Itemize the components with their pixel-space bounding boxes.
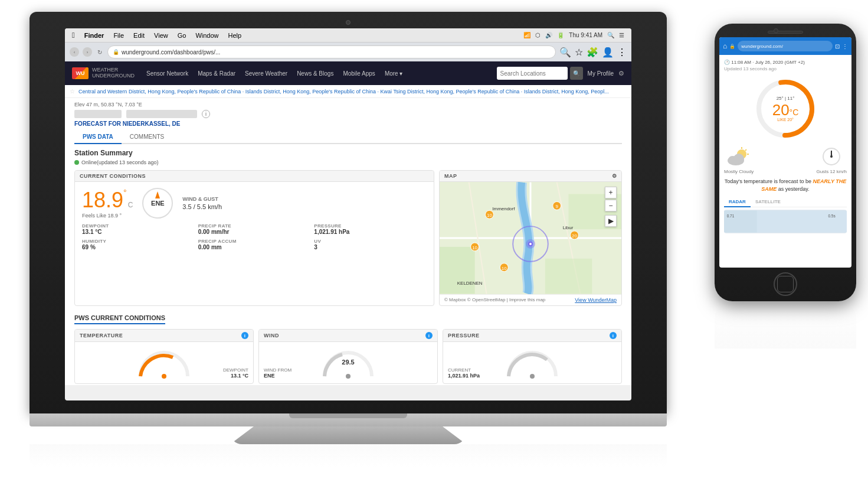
- nav-maps-radar[interactable]: Maps & Radar: [193, 70, 240, 77]
- tab-pws-data[interactable]: PWS DATA: [74, 131, 122, 144]
- phone-updated: Updated 13 seconds ago: [724, 66, 847, 71]
- temp-ring-container: 25° | 11° 20°C LIKE 20°: [724, 76, 847, 141]
- weather-icon-cloudy: Mostly Cloudy: [724, 146, 754, 174]
- search-browser-icon[interactable]: 🔍: [559, 47, 571, 58]
- map-footer: © Mapbox © OpenStreetMap | Improve this …: [440, 294, 621, 305]
- phone-home-icon[interactable]: ⌂: [723, 42, 727, 50]
- help-menu[interactable]: Help: [228, 32, 242, 39]
- wu-search: 🔍: [497, 67, 583, 80]
- map-navigate-button[interactable]: ▶: [605, 215, 617, 227]
- laptop-stand: [230, 426, 466, 444]
- tab-satellite[interactable]: SATELLITE: [751, 197, 785, 207]
- online-badge: Online(updated 13 seconds ago): [74, 159, 622, 165]
- wind-gauge-svg: 29.5: [319, 347, 378, 379]
- svg-text:KELDENEN: KELDENEN: [457, 281, 483, 286]
- wu-logo: WU WEATHER UNDERGROUND: [72, 67, 135, 79]
- svg-text:9: 9: [555, 204, 558, 209]
- station-summary-title: Station Summary: [74, 149, 622, 157]
- svg-text:10: 10: [472, 245, 477, 250]
- laptop-screen:  Finder File Edit View Go Window Help 📶…: [65, 28, 631, 400]
- search-input[interactable]: [497, 67, 568, 80]
- svg-text:0.71: 0.71: [727, 214, 735, 218]
- wu-logo-text: WEATHER UNDERGROUND: [92, 67, 135, 79]
- weather-label: Mostly Cloudy: [724, 169, 754, 174]
- back-button[interactable]: ‹: [70, 47, 79, 57]
- forecast-label: FORECAST FOR NIEDERKASSEL, DE: [74, 120, 622, 127]
- nav-news-blogs[interactable]: News & Blogs: [292, 70, 338, 77]
- station-blurred: i: [74, 110, 622, 118]
- temp-main: 18.9°C Feels Like 18.9 ° ENE: [82, 188, 427, 219]
- temp-value: 18.9: [82, 188, 123, 212]
- humidity-label: HUMIDITY: [82, 239, 195, 244]
- pws-wind-info-icon[interactable]: i: [425, 332, 433, 339]
- settings-icon[interactable]: ⚙: [618, 70, 624, 77]
- phone-tab-icon[interactable]: ⊡: [835, 43, 840, 50]
- extensions-icon[interactable]: 🧩: [587, 47, 598, 58]
- blurred-id: [126, 110, 197, 118]
- nav-mobile-apps[interactable]: Mobile Apps: [338, 70, 379, 77]
- nav-sensor-network[interactable]: Sensor Network: [142, 70, 193, 77]
- address-bar[interactable]: 🔒 wunderground.com/dashboard/pws/...: [107, 45, 556, 58]
- temp-overlay: 25° | 11° 20°C LIKE 20°: [724, 76, 847, 141]
- pressure-gauge-svg: [503, 347, 562, 379]
- tab-radar[interactable]: RADAR: [724, 197, 751, 207]
- nav-severe-weather[interactable]: Severe Weather: [240, 70, 292, 77]
- conditions-panel: CURRENT CONDITIONS 18.9°C Feels Like 18.…: [74, 170, 434, 306]
- wifi-icon: 📶: [523, 32, 530, 38]
- search-icon[interactable]: 🔍: [607, 32, 614, 38]
- finder-menu[interactable]: Finder: [84, 32, 104, 39]
- zoom-out-button[interactable]: −: [605, 200, 617, 211]
- info-circle-icon[interactable]: i: [202, 110, 210, 118]
- compass-arrow-icon: [155, 191, 160, 198]
- phone-time: 🕐 11:08 AM · July 26, 2020 (GMT +2): [724, 60, 847, 65]
- nav-more[interactable]: More ▾: [380, 70, 408, 77]
- star-browser-icon[interactable]: ☆: [575, 47, 583, 58]
- menu-icon[interactable]: ☰: [619, 32, 624, 38]
- laptop:  Finder File Edit View Go Window Help 📶…: [30, 12, 667, 449]
- more-browser-icon[interactable]: ⋮: [617, 47, 627, 58]
- svg-point-26: [346, 374, 351, 379]
- map-settings-icon[interactable]: ⚙: [612, 173, 617, 179]
- tab-comments[interactable]: COMMENTS: [122, 131, 172, 144]
- file-menu[interactable]: File: [113, 32, 124, 39]
- wind-dir: ENE: [151, 200, 165, 207]
- wind-gust-label: WIND & GUST: [182, 196, 222, 202]
- zoom-in-button[interactable]: +: [605, 187, 617, 198]
- search-button[interactable]: 🔍: [570, 67, 583, 80]
- radar-map-svg: 0.71 0.5s: [724, 210, 847, 233]
- conditions-panel-body: 18.9°C Feels Like 18.9 ° ENE: [75, 182, 434, 256]
- blurred-name: [74, 110, 122, 118]
- conditions-grid: CURRENT CONDITIONS 18.9°C Feels Like 18.…: [74, 170, 622, 306]
- pws-section: PWS CURRENT CONDITIONS TEMPERATURE i: [74, 312, 622, 384]
- precip-rate-label: PRECIP RATE: [198, 223, 311, 229]
- wind-gust-value: 3.5 / 5.5 km/h: [182, 203, 222, 210]
- refresh-button[interactable]: ↻: [96, 48, 104, 56]
- phone-menu-icon[interactable]: ⋮: [842, 43, 848, 50]
- laptop-body:  Finder File Edit View Go Window Help 📶…: [30, 12, 667, 413]
- view-menu[interactable]: View: [154, 32, 168, 39]
- volume-icon: 🔊: [545, 32, 552, 38]
- go-menu[interactable]: Go: [178, 32, 186, 39]
- map-svg: 10 9 20 10 10 Immendorf: [440, 182, 621, 294]
- window-menu[interactable]: Window: [195, 32, 218, 39]
- view-wundermap-link[interactable]: View WunderMap: [575, 297, 617, 303]
- pws-pressure-info-icon[interactable]: i: [610, 332, 617, 339]
- pws-pressure-card: PRESSURE i CURRENT: [443, 329, 622, 384]
- phone-address-bar[interactable]: wunderground.com/: [738, 41, 833, 51]
- phone-home-button[interactable]: [774, 272, 797, 296]
- edit-menu[interactable]: Edit: [133, 32, 145, 39]
- profile-button[interactable]: My Profile: [583, 70, 618, 77]
- wu-tabs: PWS DATA COMMENTS: [74, 131, 622, 144]
- pws-temp-info-icon[interactable]: i: [241, 332, 248, 339]
- dewpoint-pws-label: DEWPOINT 13.1 °C: [223, 367, 248, 379]
- account-icon[interactable]: 👤: [602, 47, 614, 58]
- phone-home-inner: [777, 276, 794, 292]
- pressure-value: 1,021.91 hPa: [314, 229, 427, 235]
- svg-text:1: 1: [830, 152, 833, 156]
- svg-point-37: [733, 154, 744, 164]
- star-icon[interactable]: ☆: [70, 88, 75, 95]
- bluetooth-icon: ⬡: [535, 32, 541, 38]
- forward-button[interactable]: ›: [83, 47, 92, 57]
- temp-minmax: 25° | 11°: [777, 96, 795, 101]
- wind-compass: ENE: [142, 188, 173, 219]
